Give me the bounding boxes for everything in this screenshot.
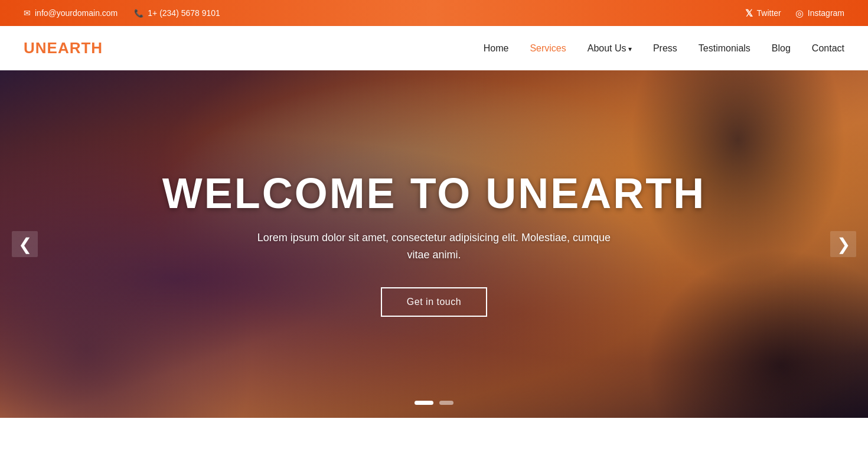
- twitter-label: Twitter: [757, 8, 781, 18]
- phone-link[interactable]: 1+ (234) 5678 9101: [134, 8, 220, 18]
- hero-section: ❮ WELCOME TO UNEARTH Lorem ipsum dolor s…: [0, 70, 868, 418]
- nav-testimonials[interactable]: Testimonials: [699, 43, 750, 54]
- nav-press[interactable]: Press: [653, 43, 677, 54]
- carousel-prev-button[interactable]: ❮: [12, 231, 38, 257]
- carousel-dot-1[interactable]: [415, 401, 433, 405]
- nav-home[interactable]: Home: [484, 43, 509, 54]
- chevron-right-icon: ❯: [837, 235, 850, 254]
- topbar: info@yourdomain.com 1+ (234) 5678 9101 T…: [0, 0, 868, 26]
- twitter-link[interactable]: Twitter: [745, 8, 781, 19]
- twitter-icon: [745, 8, 753, 19]
- nav-blog[interactable]: Blog: [772, 43, 791, 54]
- phone-text: 1+ (234) 5678 9101: [148, 8, 220, 18]
- topbar-left: info@yourdomain.com 1+ (234) 5678 9101: [24, 8, 220, 18]
- instagram-label: Instagram: [808, 8, 844, 18]
- nav-contact[interactable]: Contact: [812, 43, 844, 54]
- navbar: UNEARTH Home Services About Us Press Tes…: [0, 26, 868, 70]
- instagram-link[interactable]: Instagram: [795, 8, 844, 19]
- nav-links: Home Services About Us Press Testimonial…: [484, 43, 844, 54]
- site-logo[interactable]: UNEARTH: [24, 39, 103, 57]
- carousel-dot-2[interactable]: [439, 401, 453, 405]
- envelope-icon: [24, 8, 31, 18]
- hero-content: WELCOME TO UNEARTH Lorem ipsum dolor sit…: [151, 160, 718, 328]
- carousel-dots: [415, 401, 453, 405]
- phone-icon: [134, 8, 143, 18]
- email-text: info@yourdomain.com: [35, 8, 118, 18]
- chevron-left-icon: ❮: [18, 235, 32, 254]
- hero-title: WELCOME TO UNEARTH: [162, 171, 706, 216]
- email-link[interactable]: info@yourdomain.com: [24, 8, 118, 18]
- topbar-right: Twitter Instagram: [745, 8, 844, 19]
- carousel-next-button[interactable]: ❯: [830, 231, 856, 257]
- nav-services[interactable]: Services: [530, 43, 566, 54]
- nav-about[interactable]: About Us: [588, 43, 632, 54]
- hero-subtitle: Lorem ipsum dolor sit amet, consectetur …: [245, 229, 623, 264]
- instagram-icon: [795, 8, 804, 19]
- get-in-touch-button[interactable]: Get in touch: [381, 287, 487, 317]
